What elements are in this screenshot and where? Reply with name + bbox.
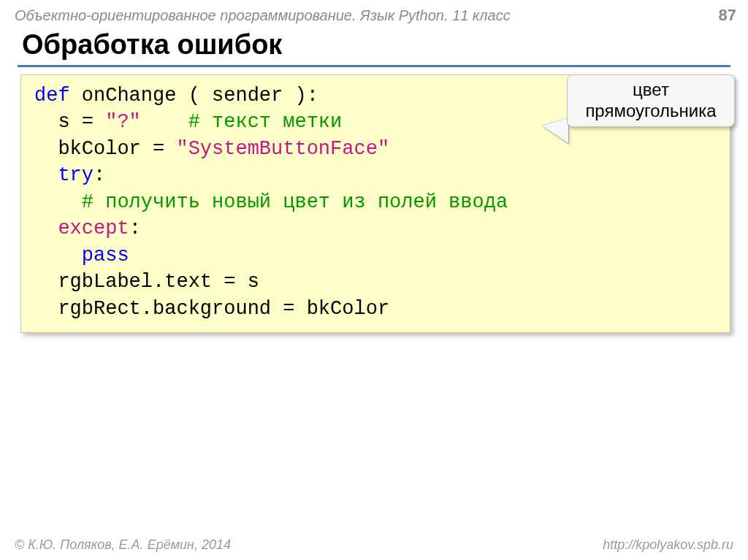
code-line: except: [34,215,717,242]
callout-box: цвет прямоугольника [567,74,735,127]
code-line: try: [34,162,717,188]
code-line: # получить новый цвет из полей ввода [34,189,717,215]
topic-label: Объектно-ориентированное программировани… [15,7,511,24]
code-line: rgbRect.background = bkColor [34,296,717,322]
slide-header: Объектно-ориентированное программировани… [9,6,739,26]
code-line: bkColor = "SystemButtonFace" [34,136,717,162]
slide-title: Обработка ошибок [9,26,739,65]
keyword-try: try [58,164,94,186]
keyword-def: def [34,85,70,107]
slide: Объектно-ориентированное программировани… [0,0,748,560]
keyword-except: except [58,218,129,239]
url-label: http://kpolyakov.spb.ru [603,537,733,553]
code-line: pass [34,242,717,269]
copyright-label: © К.Ю. Поляков, Е.А. Ерёмин, 2014 [15,537,231,553]
code-line: rgbLabel.text = s [34,269,717,295]
page-number: 87 [719,6,736,25]
code-comment: # текст метки [188,111,343,133]
callout-text: прямоугольника [575,101,727,122]
string-literal: "SystemButtonFace" [176,138,389,160]
code-comment: # получить новый цвет из полей ввода [82,191,508,213]
title-underline [18,65,730,67]
slide-footer: © К.Ю. Поляков, Е.А. Ерёмин, 2014 http:/… [9,534,739,554]
keyword-pass: pass [82,245,129,266]
callout-text: цвет [575,80,727,101]
string-literal: "?" [105,111,141,133]
callout-tail [542,118,568,143]
